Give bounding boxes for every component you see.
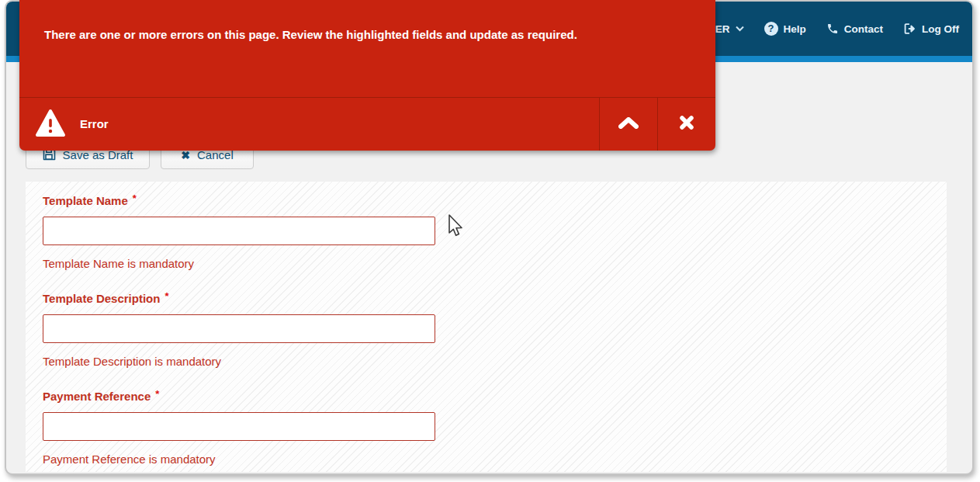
error-title: Error — [80, 117, 109, 130]
error-panel-header: Error — [19, 98, 715, 151]
required-asterisk: * — [133, 192, 137, 204]
phone-icon — [826, 23, 839, 35]
help-label: Help — [784, 23, 806, 35]
template-description-input[interactable] — [43, 314, 435, 343]
help-link[interactable]: ? Help — [764, 22, 806, 36]
field-group-template-name: Template Name* Template Name is mandator… — [43, 194, 462, 271]
header-nav: EMO USER ? Help Contact Log Off — [674, 2, 972, 56]
error-message: There are one or more errors on this pag… — [44, 28, 692, 41]
payment-reference-error: Payment Reference is mandatory — [43, 453, 462, 466]
warning-triangle-icon — [35, 109, 66, 141]
logoff-label: Log Off — [922, 23, 959, 35]
label-text: Template Name — [43, 194, 128, 207]
contact-link[interactable]: Contact — [826, 23, 883, 35]
payment-reference-label: Payment Reference* — [43, 390, 462, 404]
required-asterisk: * — [164, 290, 168, 302]
chevron-down-icon — [736, 26, 744, 32]
payment-reference-input[interactable] — [43, 412, 435, 441]
close-error-button[interactable] — [657, 98, 715, 151]
collapse-error-button[interactable] — [599, 98, 657, 151]
template-name-error: Template Name is mandatory — [43, 257, 462, 271]
logoff-link[interactable]: Log Off — [903, 23, 959, 35]
error-notification-panel: There are one or more errors on this pag… — [19, 0, 715, 151]
close-x-icon — [680, 116, 694, 133]
field-group-template-description: Template Description* Template Descripti… — [43, 292, 462, 369]
required-asterisk: * — [155, 388, 159, 400]
chevron-up-icon — [618, 117, 639, 132]
label-text: Payment Reference — [43, 390, 151, 403]
form-card: Template Name* Template Name is mandator… — [26, 182, 947, 472]
label-text: Template Description — [43, 292, 160, 305]
field-group-payment-reference: Payment Reference* Payment Reference is … — [43, 390, 462, 466]
template-description-label: Template Description* — [43, 292, 462, 306]
logoff-icon — [903, 23, 916, 35]
template-description-error: Template Description is mandatory — [43, 355, 462, 369]
help-icon: ? — [764, 22, 778, 36]
contact-label: Contact — [844, 23, 883, 35]
template-name-label: Template Name* — [43, 194, 462, 208]
template-name-input[interactable] — [43, 217, 435, 245]
